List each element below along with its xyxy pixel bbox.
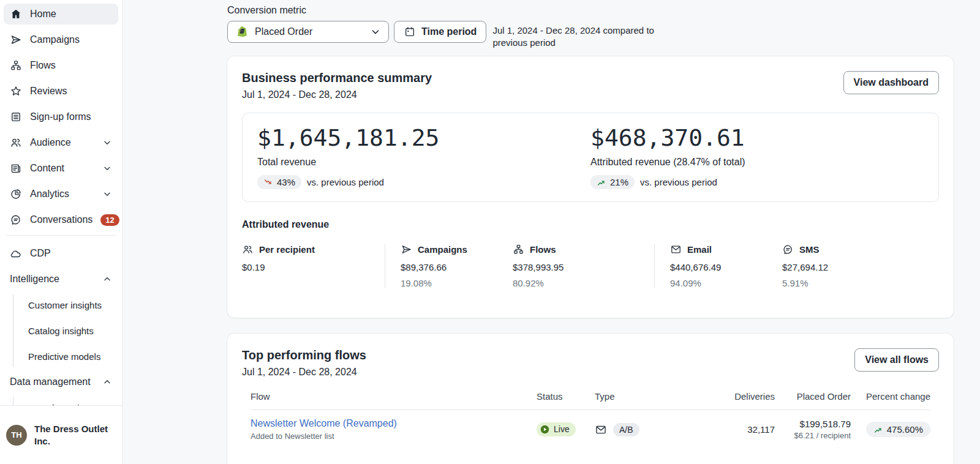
attributed-revenue-stat: $468,370.61 Attributed revenue (28.47% o…: [590, 124, 924, 189]
metric-value: $0.19: [242, 262, 375, 272]
status-cell: Live: [537, 422, 595, 437]
sidebar-item-catalog-insights[interactable]: Catalog insights: [13, 320, 118, 341]
column-header-percent-change: Percent change: [851, 391, 930, 402]
table-header: Flow Status Type Deliveries Placed Order…: [251, 391, 930, 410]
sidebar-item-label: Content: [30, 163, 94, 174]
column-header-deliveries: Deliveries: [687, 391, 775, 402]
trend-up-icon: [597, 178, 606, 187]
sidebar-section-intelligence[interactable]: Intelligence: [4, 269, 118, 290]
metric-percent: 5.91%: [782, 278, 929, 288]
metric-label: Email: [687, 244, 712, 255]
metric-flows: Flows $378,993.95 80.92%: [513, 244, 654, 288]
metric-percent: 19.08%: [401, 278, 503, 288]
time-period-button[interactable]: Time period: [394, 21, 486, 43]
time-period-label: Time period: [421, 26, 477, 37]
deliveries-cell: 32,117: [687, 424, 775, 435]
percent-change-badge: 475.60%: [866, 422, 930, 437]
sidebar-item-cdp[interactable]: CDP: [4, 243, 118, 264]
sidebar-item-content[interactable]: Content: [4, 158, 118, 179]
attributed-metrics-row: Per recipient $0.19 Campaigns $89,376.66…: [242, 244, 939, 288]
news-icon: [10, 162, 22, 174]
column-header-status: Status: [537, 391, 595, 402]
sidebar-item-audience[interactable]: Audience: [4, 132, 118, 153]
chevron-down-icon: [102, 163, 112, 173]
sidebar-item-predictive-models[interactable]: Predictive models: [13, 346, 118, 367]
card-date-range: Jul 1, 2024 - Dec 28, 2024: [242, 89, 432, 100]
sidebar-item-label: Conversations: [30, 214, 92, 225]
sidebar-item-label: Campaigns: [30, 34, 112, 45]
change-suffix: vs. previous period: [640, 177, 717, 187]
conversion-metric-select[interactable]: Placed Order: [227, 21, 389, 43]
email-icon: [670, 244, 682, 255]
metric-label: Flows: [530, 244, 556, 255]
card-title: Top performing flows: [242, 348, 366, 362]
conversations-count-badge: 12: [100, 214, 119, 226]
shopify-icon: [235, 25, 249, 39]
sidebar-item-reviews[interactable]: Reviews: [4, 81, 118, 102]
sidebar-item-campaigns[interactable]: Campaigns: [4, 29, 118, 50]
sidebar-item-home[interactable]: Home: [4, 4, 118, 24]
card-title: Business performance summary: [242, 71, 432, 85]
sidebar-item-label: Home: [30, 9, 112, 20]
chevron-up-icon: [102, 274, 112, 284]
section-label: Data management: [10, 376, 102, 387]
metric-label: SMS: [799, 244, 820, 255]
chevron-down-icon: [102, 138, 112, 148]
business-performance-card: Business performance summary Jul 1, 2024…: [227, 56, 954, 318]
send-icon: [401, 244, 412, 255]
sidebar-item-flows[interactable]: Flows: [4, 55, 118, 76]
intelligence-subitems: Customer insights Catalog insights Predi…: [13, 294, 118, 367]
total-revenue-stat: $1,645,181.25 Total revenue 43% vs. prev…: [257, 124, 590, 189]
sidebar-item-label: CDP: [30, 248, 112, 259]
metric-per-recipient: Per recipient $0.19: [242, 244, 385, 288]
pie-chart-icon: [10, 188, 22, 200]
people-icon: [10, 137, 22, 149]
chat-icon: [10, 214, 22, 226]
sidebar-item-label: Flows: [30, 60, 112, 71]
percent-change-cell: 475.60%: [851, 422, 930, 437]
column-header-flow: Flow: [251, 391, 537, 402]
flow-icon: [513, 244, 524, 255]
metric-value: $440,676.49: [670, 262, 772, 272]
table-row: Newsletter Welcome (Revamped) Added to N…: [251, 410, 930, 441]
trend-up-icon: [873, 425, 883, 435]
placed-order-per-recipient: $6.21 / recipient: [775, 431, 851, 440]
sidebar-item-customer-insights[interactable]: Customer insights: [13, 294, 118, 315]
attributed-revenue-change-badge: 21%: [590, 175, 635, 189]
send-icon: [10, 34, 22, 46]
topbar: Conversion metric Placed Order Time peri…: [227, 5, 954, 49]
attributed-revenue-value: $468,370.61: [590, 124, 924, 151]
column-header-type: Type: [595, 391, 687, 402]
change-percent: 21%: [610, 177, 628, 187]
change-suffix: vs. previous period: [307, 177, 384, 187]
chevron-down-icon: [370, 26, 381, 37]
conversion-metric-value: Placed Order: [255, 26, 364, 37]
sidebar-divider: [6, 235, 116, 236]
sidebar: Home Campaigns Flows Reviews Sign-up for…: [0, 0, 123, 464]
section-label: Intelligence: [10, 274, 102, 285]
flow-name-link[interactable]: Newsletter Welcome (Revamped): [251, 418, 397, 428]
attributed-revenue-label: Attributed revenue (28.47% of total): [590, 157, 924, 168]
sidebar-item-conversations[interactable]: Conversations 12: [4, 209, 118, 230]
sidebar-section-data-management[interactable]: Data management: [4, 372, 118, 392]
flows-table: Flow Status Type Deliveries Placed Order…: [242, 391, 939, 441]
placed-order-value: $199,518.79: [775, 419, 851, 429]
ab-test-badge: A/B: [613, 423, 639, 436]
metric-percent: 80.92%: [513, 278, 644, 288]
flow-trigger: Added to Newsletter list: [251, 432, 537, 441]
sidebar-nav: Home Campaigns Flows Reviews Sign-up for…: [0, 0, 122, 427]
view-all-flows-button[interactable]: View all flows: [854, 348, 939, 372]
email-icon: [595, 424, 607, 436]
sidebar-item-signup-forms[interactable]: Sign-up forms: [4, 107, 118, 127]
metric-sms: SMS $27,694.12 5.91%: [782, 244, 939, 288]
account-switcher[interactable]: TH The Dress Outlet Inc.: [0, 405, 122, 464]
view-dashboard-button[interactable]: View dashboard: [843, 71, 939, 94]
percent-change-value: 475.60%: [887, 424, 923, 435]
attributed-revenue-section-title: Attributed revenue: [242, 219, 939, 230]
card-date-range: Jul 1, 2024 - Dec 28, 2024: [242, 367, 366, 378]
status-badge: Live: [537, 422, 576, 436]
change-percent: 43%: [277, 177, 295, 187]
cloud-icon: [10, 247, 22, 260]
sidebar-item-analytics[interactable]: Analytics: [4, 184, 118, 204]
sms-icon: [782, 244, 794, 255]
